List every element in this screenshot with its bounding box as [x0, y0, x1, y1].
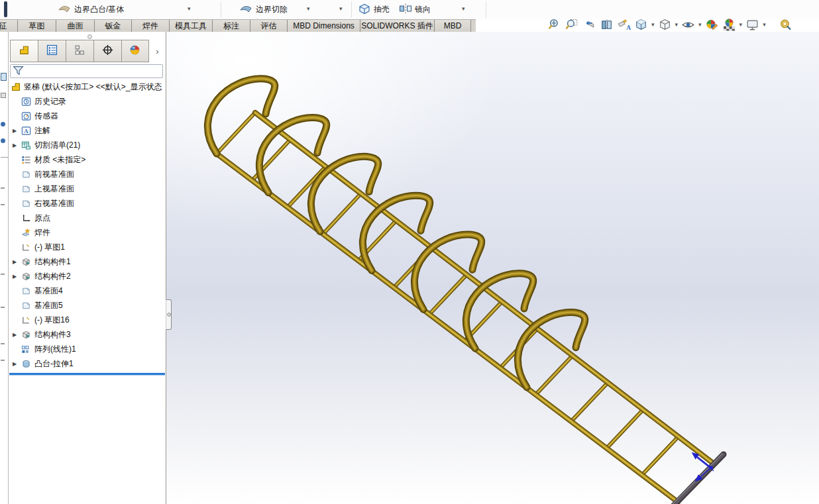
- tree-item-cut-list[interactable]: ▶ 切割清单(21): [9, 138, 166, 152]
- plane-icon: [21, 300, 32, 311]
- structural-member-icon: [21, 256, 32, 267]
- tree-item-right-plane[interactable]: 右视基准面: [9, 196, 166, 211]
- panel-tabs-overflow-button[interactable]: ›: [149, 40, 166, 62]
- tab-annotation[interactable]: 标注: [213, 20, 250, 32]
- rollback-bar[interactable]: [9, 373, 165, 375]
- tree-item-front-plane[interactable]: 前视基准面: [9, 167, 166, 181]
- tree-item-boss-extrude[interactable]: ▶ 凸台-拉伸1: [9, 356, 166, 371]
- view-settings-caret[interactable]: ▾: [763, 22, 766, 28]
- featuremanager-panel: › 竖梯 (默认<按加工> <<默认>_显示状态 历史记录 传感器 ▶ A 注解…: [9, 32, 166, 504]
- tree-item-origin[interactable]: 原点: [9, 211, 166, 225]
- view-orientation-caret[interactable]: ▾: [651, 22, 655, 28]
- tab-configurationmanager[interactable]: [66, 40, 93, 62]
- tab-sheet-metal[interactable]: 钣金: [95, 20, 132, 32]
- tree-item-linear-pattern[interactable]: 阵列(线性)1: [9, 342, 166, 356]
- ladder-model[interactable]: [166, 32, 819, 504]
- tree-item-sketch1[interactable]: (-) 草图1: [9, 240, 166, 254]
- tree-item-structural-member2[interactable]: ▶ 结构构件2: [9, 269, 166, 283]
- display-style-icon[interactable]: [657, 17, 673, 32]
- boundary-cut-icon: [239, 2, 253, 17]
- panel-splitter[interactable]: [9, 32, 166, 40]
- zoom-to-area-icon[interactable]: [565, 17, 580, 32]
- panel-collapse-handle[interactable]: [166, 299, 172, 330]
- mirror-icon: [399, 2, 412, 17]
- plane-icon: [21, 169, 32, 179]
- panel-tab-strip: ›: [9, 40, 166, 62]
- apply-scene-icon[interactable]: [722, 17, 737, 32]
- tab-propertymanager[interactable]: [38, 40, 66, 62]
- solidworks-window: 边界凸台/基体 ▾ 边界切除 ▾ ▾ 抽壳 镜向 ▾ 特征: [0, 0, 819, 504]
- tree-item-weldment[interactable]: 焊件: [9, 225, 166, 240]
- previous-view-icon[interactable]: [582, 17, 597, 32]
- tree-root-item[interactable]: 竖梯 (默认<按加工> <<默认>_显示状态: [9, 79, 166, 94]
- plane-icon: [21, 198, 32, 209]
- hide-show-items-icon[interactable]: [681, 17, 696, 32]
- dropdown-caret[interactable]: ▾: [188, 6, 191, 12]
- shell-button[interactable]: 抽壳: [358, 2, 390, 17]
- tree-filter-input[interactable]: [24, 66, 162, 77]
- expand-arrow-icon[interactable]: ▶: [13, 361, 21, 367]
- boundary-cut-label: 边界切除: [256, 4, 288, 15]
- tab-sketch[interactable]: 草图: [18, 20, 56, 32]
- linear-pattern-icon: [21, 344, 32, 354]
- dynamic-annotation-views-icon[interactable]: A: [616, 17, 631, 32]
- tree-item-plane5[interactable]: 基准面5: [9, 298, 166, 313]
- tree-item-structural-member1[interactable]: ▶ 结构构件1: [9, 254, 166, 269]
- tree-item-annotations[interactable]: ▶ A 注解: [9, 123, 166, 138]
- shell-icon: [358, 2, 371, 17]
- mirror-button[interactable]: 镜向: [399, 2, 431, 17]
- tab-evaluate[interactable]: 评估: [250, 20, 288, 32]
- tree-item-structural-member3[interactable]: ▶ 结构构件3: [9, 327, 166, 342]
- clipped-icon-fragment: [4, 1, 7, 17]
- view-orientation-icon[interactable]: [633, 17, 649, 32]
- svg-text:A: A: [626, 25, 631, 31]
- section-view-icon[interactable]: [599, 17, 614, 32]
- tab-mbd[interactable]: MBD: [435, 20, 471, 32]
- tree-item-sensors[interactable]: 传感器: [9, 109, 166, 123]
- expand-arrow-icon[interactable]: ▶: [13, 128, 21, 134]
- toolbar-separator: [351, 1, 352, 18]
- tree-item-history[interactable]: 历史记录: [9, 94, 166, 109]
- display-style-caret[interactable]: ▾: [675, 22, 679, 28]
- tree-item-sketch16[interactable]: (-) 草图16: [9, 313, 166, 327]
- tab-featuremanager[interactable]: [10, 40, 38, 62]
- origin-icon: [21, 213, 32, 223]
- tab-weldments[interactable]: 焊件: [132, 20, 170, 32]
- tab-dimxpertmanager[interactable]: [93, 40, 121, 62]
- history-icon: [21, 96, 32, 107]
- view-settings-icon[interactable]: [745, 17, 760, 32]
- hide-show-items-caret[interactable]: ▾: [698, 22, 702, 28]
- edit-appearance-icon[interactable]: [704, 17, 720, 32]
- tree-item-top-plane[interactable]: 上视基准面: [9, 181, 166, 196]
- boundary-cut-button[interactable]: 边界切除: [239, 2, 288, 17]
- heads-up-toolbar: A ▾ ▾ ▾ ▾ ▾: [547, 17, 793, 33]
- tree-filter: [10, 64, 163, 78]
- dropdown-caret[interactable]: ▾: [307, 6, 310, 12]
- tree-item-plane4[interactable]: 基准面4: [9, 283, 166, 298]
- toolbar-separator: [486, 1, 486, 18]
- tab-mbd-dimensions[interactable]: MBD Dimensions: [288, 20, 360, 32]
- cropped-left-panel-fragment: [0, 32, 9, 504]
- tab-displaymanager[interactable]: [121, 40, 149, 62]
- expand-arrow-icon[interactable]: ▶: [13, 274, 21, 279]
- expand-arrow-icon[interactable]: ▶: [13, 332, 21, 338]
- tab-solidworks-addins[interactable]: SOLIDWORKS 插件: [360, 20, 435, 32]
- tree-item-material[interactable]: 材质 <未指定>: [9, 152, 166, 167]
- svg-text:A: A: [24, 127, 28, 134]
- expand-arrow-icon[interactable]: ▶: [13, 142, 21, 148]
- tab-features[interactable]: 特征: [0, 20, 18, 32]
- apply-scene-caret[interactable]: ▾: [739, 22, 743, 28]
- cut-list-icon: [21, 140, 32, 150]
- magnify-icon[interactable]: [778, 17, 793, 32]
- dropdown-caret[interactable]: ▾: [462, 6, 465, 12]
- tab-surfaces[interactable]: 曲面: [56, 20, 95, 32]
- splitter-dot: [87, 34, 92, 39]
- sketch-icon: [21, 315, 32, 325]
- tab-mold-tools[interactable]: 模具工具: [170, 20, 213, 32]
- expand-arrow-icon[interactable]: ▶: [13, 259, 21, 265]
- dropdown-caret[interactable]: ▾: [339, 6, 343, 12]
- boundary-boss-button[interactable]: 边界凸台/基体: [57, 2, 124, 17]
- graphics-viewport[interactable]: [166, 32, 819, 504]
- commandmanager-tabs: 特征 草图 曲面 钣金 焊件 模具工具 标注 评估 MBD Dimensions…: [0, 19, 476, 32]
- zoom-to-fit-icon[interactable]: [547, 17, 563, 32]
